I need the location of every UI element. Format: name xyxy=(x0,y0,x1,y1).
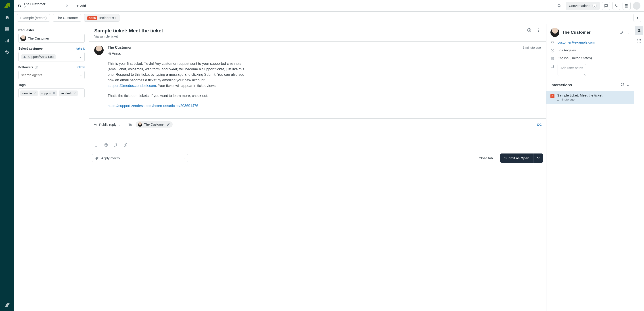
requester-field[interactable]: The Customer xyxy=(18,34,85,43)
svg-point-28 xyxy=(106,145,107,145)
separator xyxy=(125,122,125,127)
followers-search[interactable]: ⌄ xyxy=(18,71,85,79)
panel-divider xyxy=(14,103,89,103)
left-nav-rail xyxy=(0,0,14,311)
emoji-icon[interactable] xyxy=(104,143,108,148)
close-tab-icon[interactable]: ✕ xyxy=(66,4,68,8)
breadcrumb-ticket-label: Incident #1 xyxy=(99,16,116,20)
svg-point-27 xyxy=(105,145,106,145)
user-context-tab[interactable] xyxy=(635,26,643,35)
refresh-icon[interactable] xyxy=(620,83,624,88)
reply-recipient-chip[interactable]: The Customer xyxy=(136,121,172,128)
svg-rect-14 xyxy=(628,4,628,5)
svg-point-10 xyxy=(558,4,560,7)
tag-chip[interactable]: support✕ xyxy=(40,91,57,96)
ticket-title: Sample ticket: Meet the ticket xyxy=(94,28,524,34)
submit-prefix: Submit as xyxy=(504,156,520,160)
tab-subtitle: #1 xyxy=(24,6,46,9)
apps-context-tab[interactable] xyxy=(635,37,643,45)
talk-button[interactable] xyxy=(612,2,620,10)
breadcrumb-user[interactable]: The Customer xyxy=(53,14,81,22)
collapse-interactions-icon[interactable]: ⌄ xyxy=(626,83,630,87)
tag-chip[interactable]: zendesk✕ xyxy=(59,91,78,96)
help-article-link[interactable]: https://support.zendesk.com/hc/en-us/art… xyxy=(108,104,198,108)
svg-point-37 xyxy=(637,41,638,41)
current-user-avatar[interactable] xyxy=(633,2,640,10)
tag-remove-icon[interactable]: ✕ xyxy=(73,91,76,95)
reply-type-selector[interactable]: Public reply ⌄ xyxy=(93,122,121,126)
svg-rect-29 xyxy=(551,42,554,44)
tag-chip[interactable]: sample✕ xyxy=(20,91,38,96)
submit-status-dropdown[interactable] xyxy=(534,153,543,163)
message-time: 1 minute ago xyxy=(523,46,541,49)
interaction-time: 1 minute ago xyxy=(557,98,602,101)
cc-button[interactable]: CC xyxy=(537,123,542,126)
ticket-events-icon[interactable] xyxy=(527,28,532,33)
assignee-select[interactable]: Support/Anna Leis ⌄ xyxy=(18,52,85,62)
message-author: The Customer xyxy=(108,46,132,50)
pencil-icon xyxy=(166,122,170,126)
message-avatar xyxy=(94,46,104,55)
svg-point-25 xyxy=(538,31,539,32)
admin-gear-icon[interactable] xyxy=(4,49,10,55)
breadcrumb-row: Example (create) The Customer OPENIncide… xyxy=(14,12,644,24)
tag-remove-icon[interactable]: ✕ xyxy=(53,91,56,95)
text-format-icon[interactable] xyxy=(94,143,98,148)
collapse-customer-icon[interactable]: ⌄ xyxy=(627,30,630,35)
interaction-item[interactable]: O Sample ticket: Meet the ticket 1 minut… xyxy=(546,91,634,104)
next-ticket-button[interactable] xyxy=(633,14,641,22)
svg-rect-3 xyxy=(6,41,6,42)
chat-button[interactable] xyxy=(602,2,610,10)
chevron-down-icon: ⌄ xyxy=(118,122,121,126)
follow-link[interactable]: follow xyxy=(76,66,85,69)
submit-status: Open xyxy=(520,156,530,160)
ticket-tab[interactable]: The Customer #1 ✕ xyxy=(14,0,72,12)
zendesk-products-icon[interactable] xyxy=(4,302,10,308)
add-tab-button[interactable]: + Add xyxy=(72,0,90,12)
ticket-header: Sample ticket: Meet the ticket Via sampl… xyxy=(89,24,546,42)
link-icon[interactable] xyxy=(123,143,128,148)
edit-customer-icon[interactable] xyxy=(620,30,624,35)
tags-label: Tags xyxy=(18,83,85,87)
support-email-link[interactable]: support@medus.zendesk.com xyxy=(108,84,156,88)
customer-context-panel: The Customer ⌄ customer@example.com Los … xyxy=(546,24,634,311)
svg-rect-20 xyxy=(628,7,628,7)
notes-icon xyxy=(550,64,554,69)
followers-search-input[interactable] xyxy=(21,73,79,77)
take-it-link[interactable]: take it xyxy=(76,47,85,50)
globe-icon xyxy=(550,57,554,61)
views-icon[interactable] xyxy=(4,26,10,32)
apply-macro-select[interactable]: Apply macro ⌄ xyxy=(92,154,188,162)
interactions-header: Interactions ⌄ xyxy=(546,79,634,91)
tags-field[interactable]: sample✕ support✕ zendesk✕ xyxy=(18,89,85,98)
tag-remove-icon[interactable]: ✕ xyxy=(33,91,36,95)
info-icon[interactable]: i xyxy=(35,66,38,69)
svg-rect-1 xyxy=(5,29,9,30)
composer-toolbar xyxy=(89,141,546,151)
user-notes-input[interactable]: Add user notes xyxy=(558,64,586,76)
ticket-more-icon[interactable] xyxy=(536,28,541,33)
lightning-icon xyxy=(95,156,99,160)
reporting-icon[interactable] xyxy=(4,38,10,44)
breadcrumb-ticket[interactable]: OPENIncident #1 xyxy=(84,14,120,22)
close-tab-button[interactable]: Close tab ⌄ xyxy=(479,156,497,160)
conversations-button[interactable]: Conversations 0 xyxy=(566,2,600,10)
submit-button[interactable]: Submit as Open xyxy=(500,153,534,163)
zendesk-logo-icon[interactable] xyxy=(4,3,10,9)
breadcrumb-org[interactable]: Example (create) xyxy=(17,14,50,22)
apps-grid-button[interactable] xyxy=(622,2,630,10)
customer-email[interactable]: customer@example.com xyxy=(558,41,595,44)
svg-rect-4 xyxy=(7,40,8,42)
conversations-count: 0 xyxy=(592,4,597,8)
home-icon[interactable] xyxy=(4,14,10,21)
svg-marker-8 xyxy=(18,5,20,7)
svg-rect-2 xyxy=(5,30,9,31)
svg-line-11 xyxy=(560,6,561,7)
assignee-value: Support/Anna Leis xyxy=(28,55,54,59)
ticket-via: Via sample ticket xyxy=(94,35,524,38)
svg-point-26 xyxy=(104,143,108,147)
message-text: Hi Anna, This is your first ticket. Ta-d… xyxy=(108,51,250,109)
interaction-title: Sample ticket: Meet the ticket xyxy=(557,93,602,97)
global-search-button[interactable] xyxy=(555,2,564,10)
attachment-icon[interactable] xyxy=(114,143,118,148)
